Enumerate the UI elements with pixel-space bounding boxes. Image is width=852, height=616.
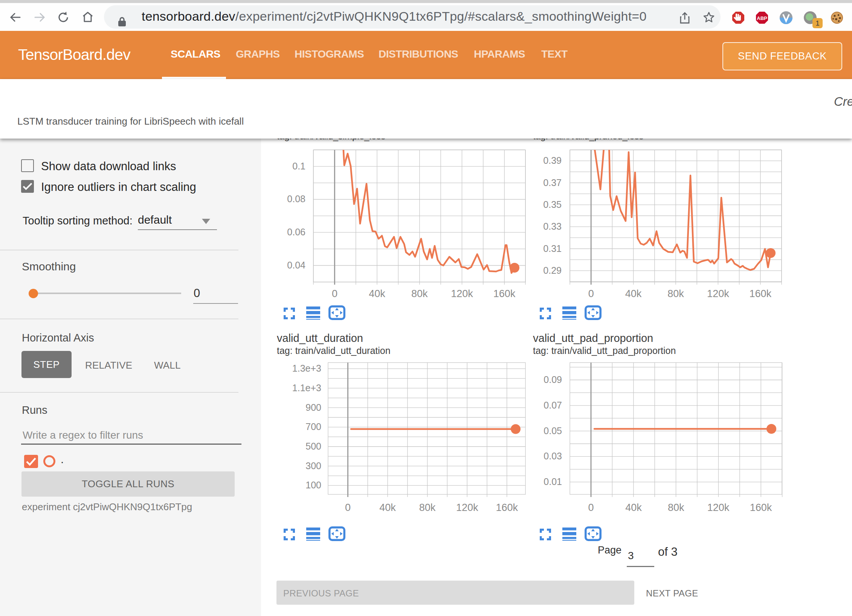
svg-text:120k: 120k xyxy=(707,288,729,299)
svg-text:ABP: ABP xyxy=(757,15,767,21)
svg-text:120k: 120k xyxy=(707,502,730,513)
svg-text:0: 0 xyxy=(588,288,594,299)
svg-text:900: 900 xyxy=(305,402,321,413)
svg-text:0: 0 xyxy=(588,502,594,513)
svg-text:40k: 40k xyxy=(625,288,642,299)
svg-text:160k: 160k xyxy=(750,288,772,299)
svg-text:0.39: 0.39 xyxy=(543,155,562,166)
svg-text:40k: 40k xyxy=(379,502,396,513)
svg-text:0.1: 0.1 xyxy=(292,161,305,171)
svg-text:500: 500 xyxy=(305,441,321,451)
svg-text:160k: 160k xyxy=(750,502,772,513)
svg-text:80k: 80k xyxy=(667,288,684,299)
svg-text:0.35: 0.35 xyxy=(543,199,562,210)
svg-text:300: 300 xyxy=(305,460,321,471)
svg-text:0.03: 0.03 xyxy=(544,451,562,461)
svg-text:80k: 80k xyxy=(411,288,428,299)
svg-text:0.33: 0.33 xyxy=(543,221,562,232)
svg-text:0.31: 0.31 xyxy=(543,243,562,254)
svg-text:0.05: 0.05 xyxy=(544,425,562,436)
svg-text:0: 0 xyxy=(345,502,351,513)
svg-text:0.01: 0.01 xyxy=(544,476,562,487)
svg-text:0.37: 0.37 xyxy=(543,177,562,188)
svg-text:0: 0 xyxy=(332,288,337,299)
svg-text:0.07: 0.07 xyxy=(544,400,562,410)
svg-text:0.06: 0.06 xyxy=(287,227,305,237)
svg-text:80k: 80k xyxy=(419,502,436,513)
svg-text:80k: 80k xyxy=(668,502,684,513)
svg-text:160k: 160k xyxy=(493,288,516,299)
svg-text:0.09: 0.09 xyxy=(544,374,562,385)
svg-text:0.29: 0.29 xyxy=(543,265,562,276)
svg-text:40k: 40k xyxy=(625,502,642,513)
svg-text:1.3e+3: 1.3e+3 xyxy=(292,363,321,374)
svg-text:120k: 120k xyxy=(456,502,478,513)
svg-text:160k: 160k xyxy=(496,502,518,513)
svg-text:0.08: 0.08 xyxy=(287,194,305,204)
svg-text:120k: 120k xyxy=(451,288,473,299)
svg-text:40k: 40k xyxy=(369,288,385,299)
svg-text:1.1e+3: 1.1e+3 xyxy=(292,383,321,393)
svg-text:100: 100 xyxy=(305,480,321,490)
svg-text:700: 700 xyxy=(305,421,321,432)
svg-text:0.04: 0.04 xyxy=(287,260,305,270)
